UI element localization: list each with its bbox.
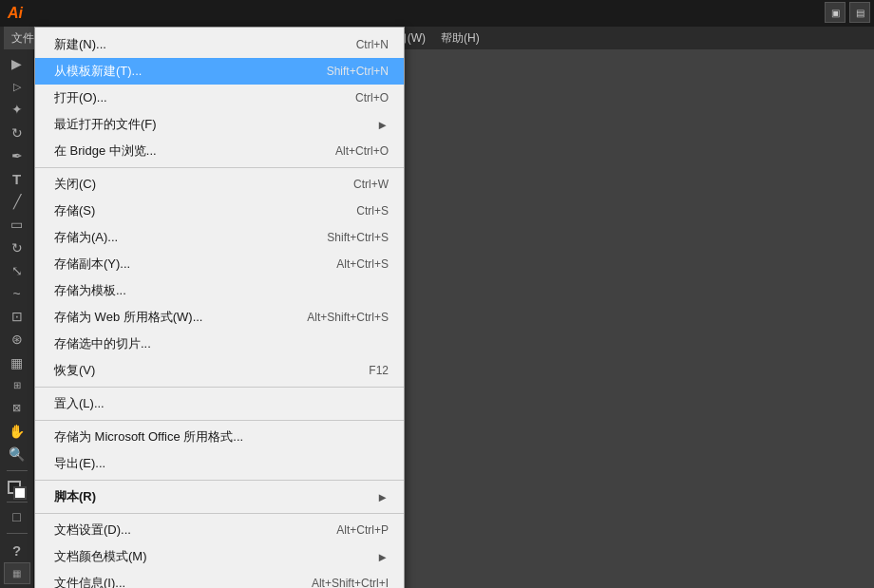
direct-selection-tool[interactable]: ▷	[4, 76, 30, 97]
screen-mode-icon[interactable]: □	[4, 506, 30, 527]
symbol-sprayer-tool[interactable]: ⊛	[4, 329, 30, 350]
menu-item-save-web[interactable]: 存储为 Web 所用格式(W)... Alt+Shift+Ctrl+S	[35, 304, 404, 331]
scale-tool[interactable]: ⤡	[4, 260, 30, 281]
separator-1	[35, 167, 404, 168]
selection-tool[interactable]: ▶	[4, 53, 30, 74]
menu-item-save-copy[interactable]: 存储副本(Y)... Alt+Ctrl+S	[35, 251, 404, 277]
menu-item-open[interactable]: 打开(O)... Ctrl+O	[35, 85, 404, 111]
rotate-tool[interactable]: ↻	[4, 237, 30, 258]
menu-item-bridge[interactable]: 在 Bridge 中浏览... Alt+Ctrl+O	[35, 138, 404, 164]
menu-item-close[interactable]: 关闭(C) Ctrl+W	[35, 171, 404, 198]
fill-stroke-icon[interactable]	[4, 477, 30, 498]
menu-item-new-from-template[interactable]: 从模板新建(T)... Shift+Ctrl+N	[35, 58, 404, 85]
menu-help[interactable]: 帮助(H)	[433, 27, 487, 49]
type-tool[interactable]: T	[4, 168, 30, 189]
menu-item-new[interactable]: 新建(N)... Ctrl+N	[35, 31, 404, 58]
menu-item-doc-info[interactable]: 文件信息(I)... Alt+Shift+Ctrl+I	[35, 570, 404, 588]
panel-icon[interactable]: ▣	[825, 2, 846, 23]
menu-item-save[interactable]: 存储(S) Ctrl+S	[35, 198, 404, 224]
menu-item-save-as[interactable]: 存储为(A)... Shift+Ctrl+S	[35, 224, 404, 251]
help-icon[interactable]: ?	[4, 540, 30, 560]
menu-item-revert[interactable]: 恢复(V) F12	[35, 357, 404, 384]
rectangle-tool[interactable]: ▭	[4, 214, 30, 235]
menu-item-save-template[interactable]: 存储为模板...	[35, 277, 404, 304]
graph-tool[interactable]: ▦	[4, 351, 30, 372]
menu-item-scripts[interactable]: 脚本(R) ►	[35, 484, 404, 510]
arrange-icon[interactable]: ▤	[849, 2, 870, 23]
lasso-tool[interactable]: ↻	[4, 123, 30, 143]
slice-tool[interactable]: ⊠	[4, 398, 30, 419]
menu-item-recent[interactable]: 最近打开的文件(F) ►	[35, 111, 404, 138]
toolbar-separator1	[7, 470, 28, 471]
menu-item-export[interactable]: 导出(E)...	[35, 450, 404, 477]
menu-item-save-selected[interactable]: 存储选中的切片...	[35, 331, 404, 357]
menu-item-save-ms[interactable]: 存储为 Microsoft Office 所用格式...	[35, 424, 404, 450]
menu-item-place[interactable]: 置入(L)...	[35, 390, 404, 417]
zoom-tool[interactable]: 🔍	[4, 444, 30, 465]
toolbar-separator2	[7, 502, 28, 503]
window-controls[interactable]: ▣ ▤	[825, 2, 870, 23]
line-tool[interactable]: ╱	[4, 191, 30, 212]
warp-tool[interactable]: ~	[4, 283, 30, 304]
toolbar-separator3	[7, 533, 28, 534]
pen-tool[interactable]: ✒	[4, 145, 30, 166]
free-transform-tool[interactable]: ⊡	[4, 306, 30, 327]
file-dropdown-menu: 新建(N)... Ctrl+N 从模板新建(T)... Shift+Ctrl+N…	[34, 27, 405, 588]
magic-wand-tool[interactable]: ✦	[4, 99, 30, 120]
menu-item-doc-color[interactable]: 文档颜色模式(M) ►	[35, 543, 404, 570]
menu-item-doc-settings[interactable]: 文档设置(D)... Alt+Ctrl+P	[35, 517, 404, 543]
app-logo: Ai	[8, 5, 23, 22]
bottom-panel-icon[interactable]: ▦	[4, 562, 30, 584]
artboard-tool[interactable]: ⊞	[4, 375, 30, 396]
separator-5	[35, 513, 404, 514]
hand-tool[interactable]: ✋	[4, 421, 30, 442]
separator-4	[35, 480, 404, 481]
separator-2	[35, 387, 404, 388]
titlebar: Ai ▣ ▤	[0, 0, 874, 27]
separator-3	[35, 420, 404, 421]
left-toolbar: ▶ ▷ ✦ ↻ ✒ T ╱ ▭ ↻ ⤡ ~ ⊡ ⊛ ▦ ⊞ ⊠ ✋ 🔍 □ ? …	[0, 49, 34, 588]
